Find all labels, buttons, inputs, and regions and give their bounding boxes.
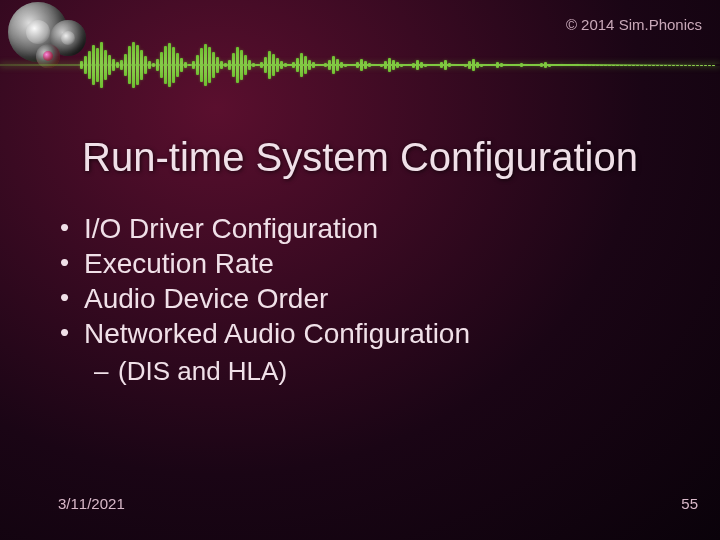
header-band: © 2014 Sim.Phonics <box>0 0 720 95</box>
footer-page-number: 55 <box>681 495 698 512</box>
bullet-item: I/O Driver Configuration <box>58 212 680 246</box>
footer-date: 3/11/2021 <box>58 495 125 512</box>
waveform-line <box>0 64 720 66</box>
bullet-item: Networked Audio Configuration <box>58 317 680 351</box>
bullet-item: Audio Device Order <box>58 282 680 316</box>
bullet-item: Execution Rate <box>58 247 680 281</box>
slide-title: Run-time System Configuration <box>0 135 720 180</box>
sub-bullet-item: (DIS and HLA) <box>58 356 680 387</box>
slide-content: I/O Driver Configuration Execution Rate … <box>58 212 680 387</box>
copyright-text: © 2014 Sim.Phonics <box>566 16 702 33</box>
